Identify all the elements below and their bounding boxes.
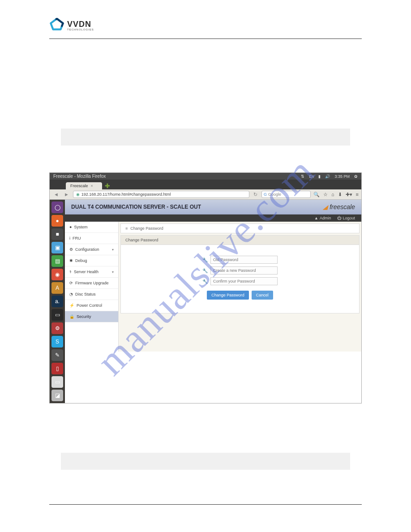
wifi-icon: ⇅ xyxy=(301,174,304,179)
doc-footer xyxy=(49,504,362,509)
old-password-input[interactable] xyxy=(210,256,278,264)
battery-icon: ▮ xyxy=(318,174,321,179)
ubuntu-launcher: ◯●■▣▤◉Aa.▭⚙S✎▯▭◪ xyxy=(50,200,65,403)
brand-icon: ◢ xyxy=(323,203,328,210)
addon-icon[interactable]: ✚▾ xyxy=(346,192,352,197)
sidebar-item-fru[interactable]: iFRU xyxy=(65,233,118,244)
svg-marker-0 xyxy=(51,19,63,30)
launcher-item[interactable]: ⚙ xyxy=(51,322,63,334)
reload-button[interactable]: ↻ xyxy=(252,192,259,197)
new-tab-button[interactable]: ✚ xyxy=(105,182,110,189)
launcher-item[interactable]: ▣ xyxy=(51,242,63,253)
sidebar-item-disc-status[interactable]: ◔Disc Status xyxy=(65,289,118,300)
close-tab-icon[interactable]: × xyxy=(91,184,93,188)
lang-indicator: En xyxy=(309,174,314,179)
admin-link[interactable]: ▲Admin xyxy=(314,216,331,220)
user-icon: ▲ xyxy=(314,216,318,220)
browser-tab[interactable]: Freescale × xyxy=(66,182,102,189)
clock: 3:35 PM xyxy=(334,174,350,179)
window-titlebar: Freescale - Mozilla Firefox ⇅ En ▮ 🔊 3:3… xyxy=(50,173,361,180)
download-icon[interactable]: ⬇ xyxy=(338,192,342,197)
lower-gray-bar xyxy=(61,453,350,470)
launcher-item[interactable]: ✎ xyxy=(51,349,63,361)
home-icon[interactable]: ⌂ xyxy=(331,192,334,197)
confirm-password-input[interactable] xyxy=(210,277,278,285)
launcher-item[interactable]: S xyxy=(51,336,63,348)
launcher-item[interactable]: ▤ xyxy=(51,255,63,267)
key-icon: 🔧 xyxy=(202,279,208,284)
new-password-input[interactable] xyxy=(210,266,278,275)
launcher-item[interactable]: ◯ xyxy=(51,202,63,213)
launcher-item[interactable]: ● xyxy=(51,215,63,227)
sidebar-item-system[interactable]: ●System xyxy=(65,222,118,233)
launcher-item[interactable]: a. xyxy=(51,296,63,307)
back-button[interactable]: ◄ xyxy=(52,192,60,197)
app-banner: DUAL T4 COMMUNICATION SERVER - SCALE OUT… xyxy=(65,200,361,215)
sidebar-icon: ● xyxy=(69,225,72,229)
sidebar-label: Debug xyxy=(75,258,87,263)
sidebar-icon: ✱ xyxy=(69,258,73,263)
sidebar-icon: i xyxy=(69,236,70,240)
sidebar-label: Power Control xyxy=(77,303,102,308)
tab-label: Freescale xyxy=(70,184,88,188)
cancel-button[interactable]: Cancel xyxy=(252,291,273,300)
logout-link[interactable]: ⏻Logout xyxy=(337,216,355,220)
sidebar-icon: 🔒 xyxy=(69,314,74,319)
change-password-panel: Change Password 🔧 🔧 xyxy=(120,235,360,313)
sidebar-label: System xyxy=(74,225,87,229)
browser-tabbar: Freescale × ✚ xyxy=(50,180,361,189)
forward-button[interactable]: ► xyxy=(63,192,70,197)
banner-title: DUAL T4 COMMUNICATION SERVER - SCALE OUT xyxy=(71,204,201,210)
search-icon[interactable]: 🔍 xyxy=(313,192,320,197)
sidebar-label: FRU xyxy=(73,236,81,240)
upper-gray-bar xyxy=(61,129,350,146)
key-icon: 🔧 xyxy=(202,257,208,262)
chevron-down-icon: ▾ xyxy=(112,270,114,274)
nav-sidebar: ●SystemiFRU⚙Configuration▾✱Debug⚕Server … xyxy=(65,222,119,352)
sidebar-icon: ⟳ xyxy=(69,281,73,285)
vvdn-logo-icon xyxy=(49,18,64,33)
url-text: 192.168.20.117/home.html#changepassword.… xyxy=(81,192,171,197)
launcher-item[interactable]: ◉ xyxy=(51,269,63,280)
bookmark-icon[interactable]: ☆ xyxy=(323,192,328,197)
sidebar-label: Security xyxy=(77,314,91,319)
window-title: Freescale - Mozilla Firefox xyxy=(53,174,106,179)
launcher-item[interactable]: ◪ xyxy=(51,390,63,401)
browser-toolbar: ◄ ► ◉ 192.168.20.117/home.html#changepas… xyxy=(50,189,361,200)
sidebar-item-configuration[interactable]: ⚙Configuration▾ xyxy=(65,244,118,255)
search-placeholder: Google xyxy=(268,192,281,197)
sidebar-label: Server Health xyxy=(74,270,98,274)
doc-header: VVDN TECHNOLOGIES xyxy=(49,18,362,39)
launcher-item[interactable]: A xyxy=(51,282,63,294)
sidebar-item-power-control[interactable]: ⚡Power Control xyxy=(65,300,118,311)
logo-name: VVDN xyxy=(67,20,94,28)
sidebar-item-debug[interactable]: ✱Debug xyxy=(65,255,118,266)
main-content: ≡ Change Password Change Password 🔧 xyxy=(119,222,361,352)
chevron-down-icon: ▾ xyxy=(112,248,114,252)
sidebar-icon: ⚕ xyxy=(69,270,72,274)
breadcrumb-bar: ≡ Change Password xyxy=(120,223,360,233)
launcher-item[interactable]: ▯ xyxy=(51,363,63,374)
launcher-item[interactable]: ■ xyxy=(51,228,63,240)
search-box[interactable]: G Google xyxy=(261,191,311,198)
brand-text: freescale xyxy=(330,203,355,210)
panel-title: Change Password xyxy=(121,236,359,245)
sidebar-icon: ⚡ xyxy=(69,303,74,308)
hamburger-icon: ≡ xyxy=(125,226,128,231)
url-bar[interactable]: ◉ 192.168.20.117/home.html#changepasswor… xyxy=(73,191,249,198)
sidebar-item-security[interactable]: 🔒Security xyxy=(65,311,118,322)
user-bar: ▲Admin ⏻Logout xyxy=(65,215,361,222)
sidebar-item-firmware-upgrade[interactable]: ⟳Firmware Upgrade xyxy=(65,278,118,289)
change-password-button[interactable]: Change Password xyxy=(207,291,249,300)
gear-icon: ✿ xyxy=(354,174,358,179)
volume-icon: 🔊 xyxy=(325,174,330,179)
menu-icon[interactable]: ≡ xyxy=(356,192,359,197)
sidebar-icon: ⚙ xyxy=(69,247,73,252)
launcher-item[interactable]: ▭ xyxy=(51,309,63,321)
vvdn-logo-text: VVDN TECHNOLOGIES xyxy=(67,20,94,31)
breadcrumb-text: Change Password xyxy=(130,226,163,231)
sidebar-label: Configuration xyxy=(75,247,99,252)
screenshot-frame: Freescale - Mozilla Firefox ⇅ En ▮ 🔊 3:3… xyxy=(49,172,362,403)
sidebar-item-server-health[interactable]: ⚕Server Health▾ xyxy=(65,266,118,278)
launcher-item[interactable]: ▭ xyxy=(51,376,63,388)
